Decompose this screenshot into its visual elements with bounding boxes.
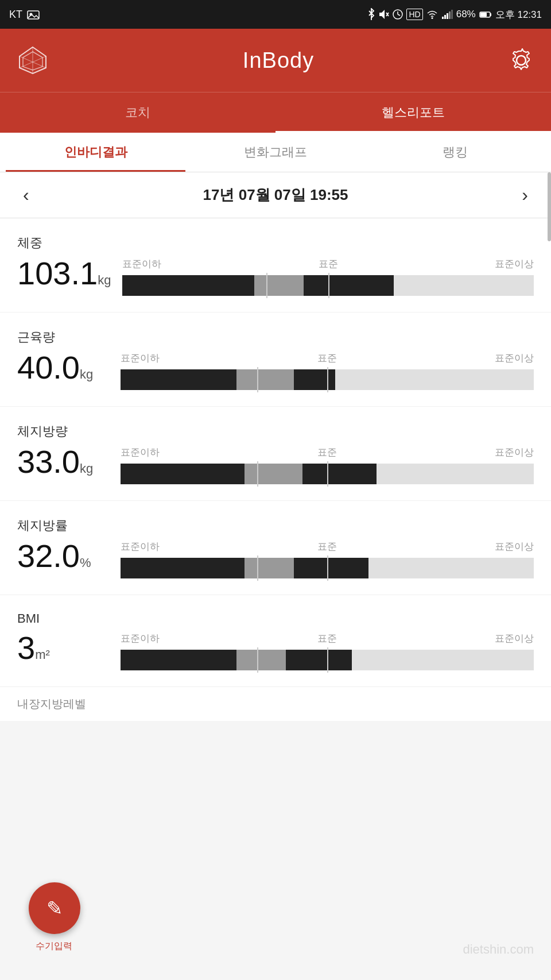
svg-rect-11 bbox=[444, 15, 446, 19]
metric-row-bmi: BMI3m²표준이하표준표준이상 bbox=[0, 595, 551, 687]
bar-segment-bmi-2 bbox=[286, 650, 352, 670]
bar-divider-weight-1 bbox=[328, 273, 329, 298]
status-right: HD 68% 오후 12:31 bbox=[367, 8, 542, 21]
subtab-ranking[interactable]: 랭킹 bbox=[366, 133, 545, 172]
time-text: 오후 12:31 bbox=[495, 8, 542, 21]
signal-icon bbox=[441, 10, 453, 19]
bar-segment-weight-3 bbox=[328, 275, 394, 296]
metric-value-weight: 103.1 bbox=[17, 255, 98, 291]
settings-icon[interactable] bbox=[509, 48, 534, 73]
metric-body-weight: 103.1kg표준이하표준표준이상 bbox=[17, 257, 534, 296]
fab-label: 수기입력 bbox=[20, 940, 88, 952]
mute-icon bbox=[379, 9, 389, 20]
svg-rect-13 bbox=[449, 11, 451, 19]
bar-segment-weight-0 bbox=[122, 275, 254, 296]
metric-body-bodyfatpct: 32.0%표준이하표준표준이상 bbox=[17, 540, 534, 578]
bar-segment-bmi-1 bbox=[236, 650, 286, 670]
metric-unit-weight: kg bbox=[98, 273, 111, 287]
tab-coach[interactable]: 코치 bbox=[0, 92, 276, 133]
status-left: KT bbox=[9, 9, 40, 21]
scale-label-bodyfat-0: 표준이하 bbox=[121, 446, 160, 459]
metric-unit-bodyfat: kg bbox=[80, 461, 93, 476]
bar-track-bodyfatpct bbox=[121, 558, 534, 578]
bar-segment-bodyfatpct-0 bbox=[121, 558, 245, 578]
bar-divider-bodyfat-1 bbox=[327, 461, 328, 487]
fab-button[interactable]: ✎ bbox=[29, 882, 80, 934]
bar-segment-bodyfat-2 bbox=[302, 464, 377, 484]
bar-segment-muscle-2 bbox=[294, 369, 335, 390]
watermark: dietshin.com bbox=[463, 942, 534, 957]
bar-track-weight bbox=[122, 275, 534, 296]
metric-label-bmi: BMI bbox=[17, 611, 534, 626]
metric-row-bodyfatpct: 체지방률32.0%표준이하표준표준이상 bbox=[0, 501, 551, 595]
svg-point-23 bbox=[517, 56, 526, 65]
subtab-changegraph[interactable]: 변화그래프 bbox=[185, 133, 365, 172]
metric-row-bodyfat: 체지방량33.0kg표준이하표준표준이상 bbox=[0, 407, 551, 501]
metric-unit-bodyfatpct: % bbox=[80, 555, 91, 570]
app-header: InBody bbox=[0, 29, 551, 92]
bar-divider-muscle-1 bbox=[327, 367, 328, 392]
bar-segment-bodyfat-1 bbox=[245, 464, 302, 484]
bar-segment-weight-2 bbox=[304, 275, 328, 296]
wifi-icon bbox=[426, 10, 438, 19]
bluetooth-icon bbox=[367, 8, 375, 21]
metric-unit-bmi: m² bbox=[35, 647, 50, 662]
prev-date-button[interactable]: ‹ bbox=[17, 184, 35, 206]
bar-segment-bodyfatpct-2 bbox=[294, 558, 368, 578]
metric-label-bodyfat: 체지방량 bbox=[17, 423, 534, 440]
carrier-text: KT bbox=[9, 9, 22, 21]
bar-divider-bodyfatpct-1 bbox=[327, 555, 328, 581]
svg-line-8 bbox=[398, 14, 400, 16]
svg-point-9 bbox=[431, 17, 433, 19]
subtab-inbody[interactable]: 인바디결과 bbox=[6, 133, 185, 172]
date-display: 17년 07월 07일 19:55 bbox=[203, 185, 348, 205]
metric-body-muscle: 40.0kg표준이하표준표준이상 bbox=[17, 352, 534, 390]
bar-track-bmi bbox=[121, 650, 534, 670]
metric-body-bmi: 3m²표준이하표준표준이상 bbox=[17, 632, 534, 670]
metric-value-muscle: 40.0 bbox=[17, 349, 80, 385]
metric-label-bodyfatpct: 체지방률 bbox=[17, 517, 534, 534]
svg-rect-16 bbox=[490, 13, 491, 16]
bar-segment-bodyfatpct-1 bbox=[245, 558, 294, 578]
bar-divider-bmi-0 bbox=[257, 647, 258, 673]
scale-label-bodyfatpct-0: 표준이하 bbox=[121, 540, 160, 553]
svg-rect-12 bbox=[447, 13, 448, 19]
top-tab-bar: 코치 헬스리포트 bbox=[0, 92, 551, 133]
tab-healthreport[interactable]: 헬스리포트 bbox=[276, 92, 551, 133]
metric-row-weight: 체중103.1kg표준이하표준표준이상 bbox=[0, 218, 551, 312]
scale-label-muscle-2: 표준이상 bbox=[495, 352, 534, 365]
metric-body-bodyfat: 33.0kg표준이하표준표준이상 bbox=[17, 446, 534, 484]
svg-marker-3 bbox=[379, 10, 385, 19]
bar-segment-bodyfat-0 bbox=[121, 464, 245, 484]
scale-label-bmi-2: 표준이상 bbox=[495, 632, 534, 645]
image-icon bbox=[27, 9, 40, 20]
scale-label-muscle-1: 표준 bbox=[317, 352, 337, 365]
metric-row-muscle: 근육량40.0kg표준이하표준표준이상 bbox=[0, 312, 551, 407]
next-date-button[interactable]: › bbox=[516, 184, 534, 206]
battery-icon bbox=[479, 11, 492, 18]
scale-label-bodyfat-2: 표준이상 bbox=[495, 446, 534, 459]
svg-rect-17 bbox=[480, 13, 487, 17]
bar-divider-muscle-0 bbox=[257, 367, 258, 392]
metric-value-bmi: 3 bbox=[17, 630, 35, 666]
scale-label-muscle-0: 표준이하 bbox=[121, 352, 160, 365]
bar-divider-bodyfat-0 bbox=[257, 461, 258, 487]
metric-unit-muscle: kg bbox=[80, 367, 93, 381]
hd-badge: HD bbox=[406, 9, 422, 20]
sub-tab-bar: 인바디결과 변화그래프 랭킹 bbox=[0, 133, 551, 172]
bar-divider-weight-0 bbox=[266, 273, 267, 298]
bar-divider-bmi-1 bbox=[327, 647, 328, 673]
metric-value-bodyfatpct: 32.0 bbox=[17, 538, 80, 574]
bar-track-muscle bbox=[121, 369, 534, 390]
status-bar: KT HD bbox=[0, 0, 551, 29]
scrollbar[interactable] bbox=[548, 172, 551, 241]
svg-rect-14 bbox=[451, 10, 453, 19]
bar-divider-bodyfatpct-0 bbox=[257, 555, 258, 581]
app-title: InBody bbox=[243, 48, 314, 73]
scale-label-weight-0: 표준이하 bbox=[122, 257, 161, 271]
scale-label-bodyfatpct-1: 표준 bbox=[317, 540, 337, 553]
bar-segment-weight-1 bbox=[254, 275, 304, 296]
scale-label-bmi-0: 표준이하 bbox=[121, 632, 160, 645]
app-logo-icon[interactable] bbox=[17, 45, 48, 76]
footer-text: 내장지방레벨 bbox=[0, 687, 551, 721]
